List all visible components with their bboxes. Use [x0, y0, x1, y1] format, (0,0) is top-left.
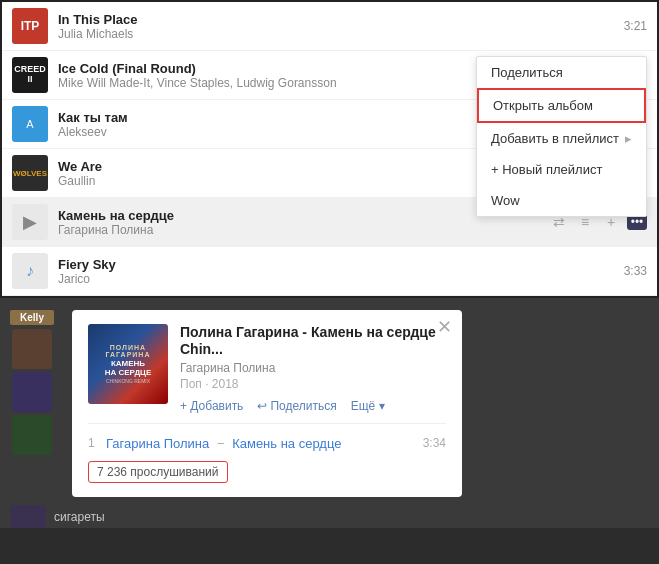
album-meta: Полина Гагарина - Камень на сердце Chin.…	[180, 324, 446, 413]
share-button[interactable]: ↩ Поделиться	[257, 399, 336, 413]
song-info-kamen: Камень на сердце Гагарина Полина	[58, 208, 541, 237]
more-button[interactable]: Ещё ▾	[351, 399, 385, 413]
song-list: ITP In This Place Julia Michaels 3:21 CR…	[2, 2, 657, 296]
bottom-panel: Kelly ✕ ПОЛИНАГАГАРИНА КАМЕНЬНА СЕРДЦЕ C…	[0, 298, 659, 528]
album-subtitle: Гагарина Полина	[180, 361, 446, 375]
side-thumb-1	[12, 329, 52, 369]
song-thumb-kamen: ▶	[12, 204, 48, 240]
track-row[interactable]: 1 Гагарина Полина − Камень на сердце 3:3…	[88, 432, 446, 455]
close-button[interactable]: ✕	[437, 318, 452, 336]
song-item-in-this-place[interactable]: ITP In This Place Julia Michaels 3:21	[2, 2, 657, 51]
listens-badge: 7 236 прослушиваний	[88, 461, 228, 483]
user-label: Kelly	[10, 310, 54, 325]
share-icon: ↩	[257, 399, 267, 413]
top-panel: ITP In This Place Julia Michaels 3:21 CR…	[0, 0, 659, 298]
song-title-in-this-place: In This Place	[58, 12, 616, 27]
song-thumb-fiery-sky: ♪	[12, 253, 48, 289]
album-cover-inner: ПОЛИНАГАГАРИНА КАМЕНЬНА СЕРДЦЕ CHINKONG …	[88, 324, 168, 404]
song-artist-fiery-sky: Jarico	[58, 272, 616, 286]
menu-item-share[interactable]: Поделиться	[477, 57, 646, 88]
menu-item-open-album[interactable]: Открыть альбом	[477, 88, 646, 123]
song-thumb-ice-cold: CREED II	[12, 57, 48, 93]
bottom-bg: Kelly ✕ ПОЛИНАГАГАРИНА КАМЕНЬНА СЕРДЦЕ C…	[0, 298, 659, 497]
menu-item-wow[interactable]: Wow	[477, 185, 646, 216]
song-item-ice-cold[interactable]: CREED II Ice Cold (Final Round) Mike Wil…	[2, 51, 657, 100]
song-title-kamen: Камень на сердце	[58, 208, 541, 223]
album-cover: ПОЛИНАГАГАРИНА КАМЕНЬНА СЕРДЦЕ CHINKONG …	[88, 324, 168, 404]
track-duration: 3:34	[423, 436, 446, 450]
song-info-in-this-place: In This Place Julia Michaels	[58, 12, 616, 41]
side-thumb-3	[12, 415, 52, 455]
song-thumb-we-are: WØLVES	[12, 155, 48, 191]
album-title: Полина Гагарина - Камень на сердце Chin.…	[180, 324, 446, 358]
song-artist-kamen: Гагарина Полина	[58, 223, 541, 237]
album-genre-year: Поп · 2018	[180, 377, 446, 391]
album-header: ПОЛИНАГАГАРИНА КАМЕНЬНА СЕРДЦЕ CHINKONG …	[88, 324, 446, 413]
song-thumb-in-this-place: ITP	[12, 8, 48, 44]
cover-title-text: КАМЕНЬНА СЕРДЦЕ	[105, 360, 152, 378]
menu-item-add-to-playlist[interactable]: Добавить в плейлист ▸	[477, 123, 646, 154]
bottom-song-thumb	[10, 505, 46, 528]
track-name: Гагарина Полина − Камень на сердце	[106, 436, 423, 451]
song-thumb-kak-ty-tam: А	[12, 106, 48, 142]
album-popup: ✕ ПОЛИНАГАГАРИНА КАМЕНЬНА СЕРДЦЕ CHINKON…	[72, 310, 462, 497]
bottom-song-info: сигареты егор натс	[54, 510, 105, 528]
bottom-song-artist: егор натс	[54, 524, 105, 528]
cover-remix-text: CHINKONG REMIX	[106, 378, 150, 384]
menu-item-new-playlist[interactable]: + Новый плейлист	[477, 154, 646, 185]
album-actions: + Добавить ↩ Поделиться Ещё ▾	[180, 399, 446, 413]
song-item-fiery-sky[interactable]: ♪ Fiery Sky Jarico 3:33	[2, 247, 657, 296]
right-space	[462, 310, 649, 497]
chevron-right-icon: ▸	[625, 131, 632, 146]
song-artist-in-this-place: Julia Michaels	[58, 27, 616, 41]
bottom-song-title: сигареты	[54, 510, 105, 524]
song-duration-in-this-place: 3:21	[624, 19, 647, 33]
track-number: 1	[88, 436, 106, 450]
cover-artist-text: ПОЛИНАГАГАРИНА	[106, 344, 151, 358]
side-thumb-2	[12, 372, 52, 412]
context-menu: Поделиться Открыть альбом Добавить в пле…	[476, 56, 647, 217]
bottom-song-row[interactable]: сигареты егор натс	[0, 497, 659, 528]
song-info-fiery-sky: Fiery Sky Jarico	[58, 257, 616, 286]
divider	[88, 423, 446, 424]
add-button[interactable]: + Добавить	[180, 399, 243, 413]
song-title-fiery-sky: Fiery Sky	[58, 257, 616, 272]
song-duration-fiery-sky: 3:33	[624, 264, 647, 278]
